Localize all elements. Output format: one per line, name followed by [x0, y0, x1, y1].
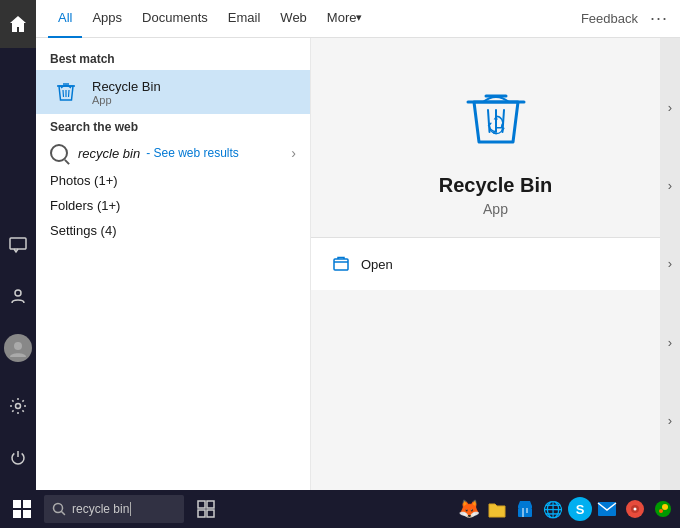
best-match-item[interactable]: Recycle Bin App: [36, 70, 310, 114]
sidebar-chat-icon[interactable]: [0, 220, 36, 268]
category-settings[interactable]: Settings (4): [36, 218, 310, 243]
tab-apps[interactable]: Apps: [82, 0, 132, 38]
svg-rect-12: [198, 510, 205, 517]
right-arrows-panel: › › › › ›: [660, 38, 680, 490]
recycle-bin-icon-large: [456, 78, 536, 158]
detail-actions: Open: [311, 237, 680, 290]
sidebar-power-icon[interactable]: [0, 434, 36, 482]
systray: 🦊 🌐 S: [456, 496, 676, 522]
sidebar-settings-icon[interactable]: [0, 382, 36, 430]
svg-point-2: [14, 342, 22, 350]
svg-rect-0: [10, 238, 26, 249]
sidebar-home-icon[interactable]: [0, 0, 36, 48]
web-search-row[interactable]: recycle bin - See web results ›: [36, 138, 310, 168]
feedback-link[interactable]: Feedback: [581, 11, 638, 26]
arrow-btn-3[interactable]: ›: [668, 256, 672, 271]
taskbar-store-icon[interactable]: [512, 496, 538, 522]
more-options-button[interactable]: ···: [650, 8, 668, 29]
search-icon-small: [50, 144, 68, 162]
detail-subtitle: App: [483, 201, 508, 217]
detail-panel: Recycle Bin App Open: [311, 38, 680, 490]
recycle-bin-icon-small: [50, 76, 82, 108]
taskbar-mail-icon[interactable]: [594, 496, 620, 522]
svg-rect-8: [23, 510, 31, 518]
arrow-btn-1[interactable]: ›: [668, 100, 672, 115]
svg-rect-15: [598, 502, 616, 516]
tab-all[interactable]: All: [48, 0, 82, 38]
start-menu: All Apps Documents Email Web More ▾ Feed…: [36, 0, 680, 490]
taskbar-explorer-icon[interactable]: [484, 496, 510, 522]
svg-rect-10: [198, 501, 205, 508]
tab-more[interactable]: More ▾: [317, 0, 373, 38]
see-results-link[interactable]: - See web results: [146, 146, 239, 160]
arrow-btn-2[interactable]: ›: [668, 178, 672, 193]
taskbar-music-icon[interactable]: [622, 496, 648, 522]
best-match-subtitle: App: [92, 94, 161, 106]
tab-email[interactable]: Email: [218, 0, 271, 38]
taskbar-search-box[interactable]: recycle bin: [44, 495, 184, 523]
category-folders[interactable]: Folders (1+): [36, 193, 310, 218]
open-icon: [331, 254, 351, 274]
svg-point-1: [15, 290, 21, 296]
svg-point-18: [634, 508, 637, 511]
svg-point-20: [662, 504, 668, 510]
sidebar-person-icon[interactable]: [0, 272, 36, 320]
open-action[interactable]: Open: [331, 250, 660, 278]
taskbar-globe-icon[interactable]: [650, 496, 676, 522]
best-match-text: Recycle Bin App: [92, 79, 161, 106]
svg-rect-13: [207, 510, 214, 517]
taskbar: recycle bin 🦊 🌐: [0, 490, 680, 528]
detail-title: Recycle Bin: [439, 174, 552, 197]
sidebar-avatar[interactable]: [0, 324, 36, 372]
main-content: Best match Recycle Bin App Se: [36, 38, 680, 490]
taskbar-task-view[interactable]: [188, 491, 224, 527]
taskbar-start-button[interactable]: [4, 491, 40, 527]
svg-point-3: [16, 404, 21, 409]
taskbar-skype-icon[interactable]: S: [568, 497, 592, 521]
svg-rect-14: [518, 508, 532, 517]
svg-rect-6: [23, 500, 31, 508]
results-panel: Best match Recycle Bin App Se: [36, 38, 311, 490]
web-query: recycle bin: [78, 146, 140, 161]
arrow-btn-4[interactable]: ›: [668, 335, 672, 350]
tab-web[interactable]: Web: [270, 0, 317, 38]
best-match-label: Best match: [36, 46, 310, 70]
detail-main: Recycle Bin App: [311, 38, 680, 237]
svg-rect-4: [334, 259, 348, 270]
web-search-label: Search the web: [36, 114, 310, 138]
sidebar: [0, 0, 36, 490]
top-nav: All Apps Documents Email Web More ▾ Feed…: [36, 0, 680, 38]
svg-rect-11: [207, 501, 214, 508]
web-search-text: recycle bin - See web results: [78, 146, 291, 161]
tab-documents[interactable]: Documents: [132, 0, 218, 38]
chevron-right-icon: ›: [291, 145, 296, 161]
category-photos[interactable]: Photos (1+): [36, 168, 310, 193]
detail-extra-space: [311, 290, 680, 490]
open-label: Open: [361, 257, 393, 272]
taskbar-edge-icon[interactable]: 🌐: [540, 496, 566, 522]
svg-rect-7: [13, 510, 21, 518]
taskbar-search-text: recycle bin: [72, 502, 129, 516]
best-match-title: Recycle Bin: [92, 79, 161, 94]
svg-rect-5: [13, 500, 21, 508]
arrow-btn-5[interactable]: ›: [668, 413, 672, 428]
svg-point-21: [659, 509, 663, 513]
cursor-indicator: [130, 502, 131, 516]
taskbar-firefox-icon[interactable]: 🦊: [456, 496, 482, 522]
